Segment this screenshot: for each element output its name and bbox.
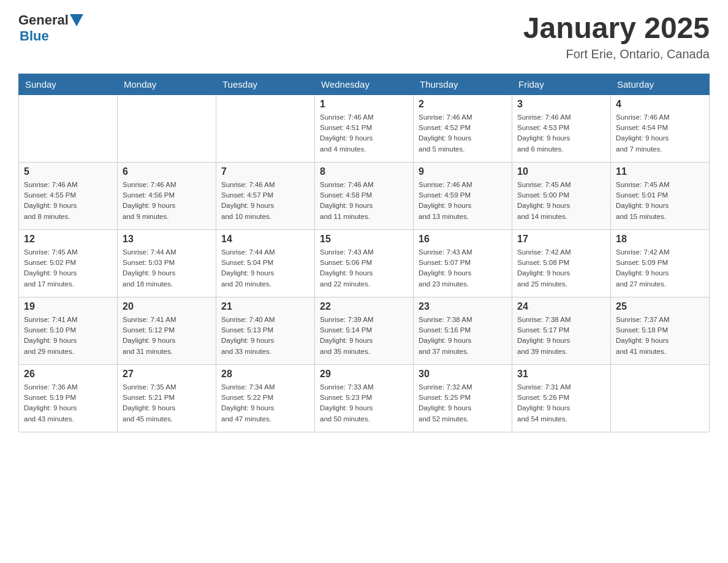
day-info: Sunrise: 7:46 AMSunset: 4:57 PMDaylight:…	[221, 180, 309, 222]
calendar-cell: 14Sunrise: 7:44 AMSunset: 5:04 PMDayligh…	[216, 229, 315, 297]
day-number: 26	[24, 369, 112, 380]
day-number: 28	[221, 369, 309, 380]
day-number: 6	[123, 166, 211, 177]
week-row-5: 26Sunrise: 7:36 AMSunset: 5:19 PMDayligh…	[19, 364, 710, 432]
day-number: 18	[616, 234, 704, 245]
day-info: Sunrise: 7:42 AMSunset: 5:08 PMDaylight:…	[517, 247, 605, 289]
calendar-cell: 2Sunrise: 7:46 AMSunset: 4:52 PMDaylight…	[414, 94, 512, 162]
day-info: Sunrise: 7:46 AMSunset: 4:52 PMDaylight:…	[419, 112, 507, 155]
calendar-cell: 3Sunrise: 7:46 AMSunset: 4:53 PMDaylight…	[512, 94, 611, 162]
day-info: Sunrise: 7:42 AMSunset: 5:09 PMDaylight:…	[616, 247, 704, 289]
weekday-header-tuesday: Tuesday	[216, 74, 315, 94]
day-info: Sunrise: 7:35 AMSunset: 5:21 PMDaylight:…	[123, 382, 211, 424]
day-info: Sunrise: 7:46 AMSunset: 4:58 PMDaylight:…	[320, 180, 408, 222]
weekday-header-sunday: Sunday	[19, 74, 118, 94]
day-number: 17	[517, 234, 605, 245]
day-info: Sunrise: 7:45 AMSunset: 5:00 PMDaylight:…	[517, 180, 605, 222]
calendar-cell: 26Sunrise: 7:36 AMSunset: 5:19 PMDayligh…	[19, 364, 118, 432]
day-info: Sunrise: 7:38 AMSunset: 5:17 PMDaylight:…	[517, 315, 605, 357]
calendar-cell	[611, 364, 710, 432]
day-info: Sunrise: 7:46 AMSunset: 4:51 PMDaylight:…	[320, 112, 408, 155]
weekday-header-saturday: Saturday	[611, 74, 710, 94]
logo-general-text: General	[18, 12, 69, 28]
day-number: 16	[419, 234, 507, 245]
weekday-header-friday: Friday	[512, 74, 611, 94]
day-number: 12	[24, 234, 112, 245]
day-info: Sunrise: 7:40 AMSunset: 5:13 PMDaylight:…	[221, 315, 309, 357]
day-number: 10	[517, 166, 605, 177]
calendar-cell	[19, 94, 118, 162]
calendar-cell: 31Sunrise: 7:31 AMSunset: 5:26 PMDayligh…	[512, 364, 611, 432]
day-info: Sunrise: 7:46 AMSunset: 4:53 PMDaylight:…	[517, 112, 605, 155]
day-number: 22	[320, 301, 408, 312]
day-number: 2	[419, 99, 507, 110]
day-number: 31	[517, 369, 605, 380]
day-number: 19	[24, 301, 112, 312]
day-info: Sunrise: 7:33 AMSunset: 5:23 PMDaylight:…	[320, 382, 408, 424]
day-info: Sunrise: 7:41 AMSunset: 5:12 PMDaylight:…	[123, 315, 211, 357]
day-info: Sunrise: 7:44 AMSunset: 5:03 PMDaylight:…	[123, 247, 211, 289]
week-row-1: 1Sunrise: 7:46 AMSunset: 4:51 PMDaylight…	[19, 94, 710, 162]
day-number: 5	[24, 166, 112, 177]
calendar-cell: 5Sunrise: 7:46 AMSunset: 4:55 PMDaylight…	[19, 162, 118, 229]
day-number: 27	[123, 369, 211, 380]
day-number: 21	[221, 301, 309, 312]
calendar-cell	[216, 94, 315, 162]
calendar-cell: 8Sunrise: 7:46 AMSunset: 4:58 PMDaylight…	[315, 162, 414, 229]
day-info: Sunrise: 7:45 AMSunset: 5:01 PMDaylight:…	[616, 180, 704, 222]
calendar-cell: 13Sunrise: 7:44 AMSunset: 5:03 PMDayligh…	[118, 229, 216, 297]
day-info: Sunrise: 7:45 AMSunset: 5:02 PMDaylight:…	[24, 247, 112, 289]
calendar-cell: 29Sunrise: 7:33 AMSunset: 5:23 PMDayligh…	[315, 364, 414, 432]
day-number: 7	[221, 166, 309, 177]
location-title: Fort Erie, Ontario, Canada	[523, 47, 710, 61]
day-number: 30	[419, 369, 507, 380]
calendar-cell: 1Sunrise: 7:46 AMSunset: 4:51 PMDaylight…	[315, 94, 414, 162]
calendar-cell: 6Sunrise: 7:46 AMSunset: 4:56 PMDaylight…	[118, 162, 216, 229]
month-title: January 2025	[523, 12, 710, 45]
day-info: Sunrise: 7:34 AMSunset: 5:22 PMDaylight:…	[221, 382, 309, 424]
day-info: Sunrise: 7:38 AMSunset: 5:16 PMDaylight:…	[419, 315, 507, 357]
day-number: 25	[616, 301, 704, 312]
calendar-cell: 20Sunrise: 7:41 AMSunset: 5:12 PMDayligh…	[118, 297, 216, 364]
day-number: 3	[517, 99, 605, 110]
day-info: Sunrise: 7:46 AMSunset: 4:59 PMDaylight:…	[419, 180, 507, 222]
logo: General Blue	[18, 12, 83, 44]
calendar-cell: 16Sunrise: 7:43 AMSunset: 5:07 PMDayligh…	[414, 229, 512, 297]
calendar-cell: 30Sunrise: 7:32 AMSunset: 5:25 PMDayligh…	[414, 364, 512, 432]
day-info: Sunrise: 7:43 AMSunset: 5:06 PMDaylight:…	[320, 247, 408, 289]
calendar-cell: 9Sunrise: 7:46 AMSunset: 4:59 PMDaylight…	[414, 162, 512, 229]
calendar-cell	[118, 94, 216, 162]
calendar-cell: 17Sunrise: 7:42 AMSunset: 5:08 PMDayligh…	[512, 229, 611, 297]
calendar-cell: 18Sunrise: 7:42 AMSunset: 5:09 PMDayligh…	[611, 229, 710, 297]
day-info: Sunrise: 7:46 AMSunset: 4:55 PMDaylight:…	[24, 180, 112, 222]
calendar-cell: 23Sunrise: 7:38 AMSunset: 5:16 PMDayligh…	[414, 297, 512, 364]
day-number: 15	[320, 234, 408, 245]
day-number: 11	[616, 166, 704, 177]
day-number: 4	[616, 99, 704, 110]
calendar-cell: 19Sunrise: 7:41 AMSunset: 5:10 PMDayligh…	[19, 297, 118, 364]
calendar-cell: 24Sunrise: 7:38 AMSunset: 5:17 PMDayligh…	[512, 297, 611, 364]
week-row-4: 19Sunrise: 7:41 AMSunset: 5:10 PMDayligh…	[19, 297, 710, 364]
day-number: 14	[221, 234, 309, 245]
calendar-cell: 11Sunrise: 7:45 AMSunset: 5:01 PMDayligh…	[611, 162, 710, 229]
day-number: 13	[123, 234, 211, 245]
day-info: Sunrise: 7:31 AMSunset: 5:26 PMDaylight:…	[517, 382, 605, 424]
day-info: Sunrise: 7:46 AMSunset: 4:56 PMDaylight:…	[123, 180, 211, 222]
day-number: 24	[517, 301, 605, 312]
week-row-2: 5Sunrise: 7:46 AMSunset: 4:55 PMDaylight…	[19, 162, 710, 229]
day-info: Sunrise: 7:43 AMSunset: 5:07 PMDaylight:…	[419, 247, 507, 289]
week-row-3: 12Sunrise: 7:45 AMSunset: 5:02 PMDayligh…	[19, 229, 710, 297]
calendar-cell: 28Sunrise: 7:34 AMSunset: 5:22 PMDayligh…	[216, 364, 315, 432]
page-header: General Blue January 2025 Fort Erie, Ont…	[18, 12, 710, 61]
calendar-cell: 7Sunrise: 7:46 AMSunset: 4:57 PMDaylight…	[216, 162, 315, 229]
logo-triangle-icon	[70, 14, 83, 28]
logo-blue-text: Blue	[20, 28, 49, 44]
day-number: 9	[419, 166, 507, 177]
calendar-cell: 25Sunrise: 7:37 AMSunset: 5:18 PMDayligh…	[611, 297, 710, 364]
weekday-header-wednesday: Wednesday	[315, 74, 414, 94]
logo-icon: General Blue	[18, 12, 83, 44]
svg-marker-0	[70, 14, 83, 26]
day-info: Sunrise: 7:41 AMSunset: 5:10 PMDaylight:…	[24, 315, 112, 357]
day-info: Sunrise: 7:36 AMSunset: 5:19 PMDaylight:…	[24, 382, 112, 424]
day-info: Sunrise: 7:32 AMSunset: 5:25 PMDaylight:…	[419, 382, 507, 424]
